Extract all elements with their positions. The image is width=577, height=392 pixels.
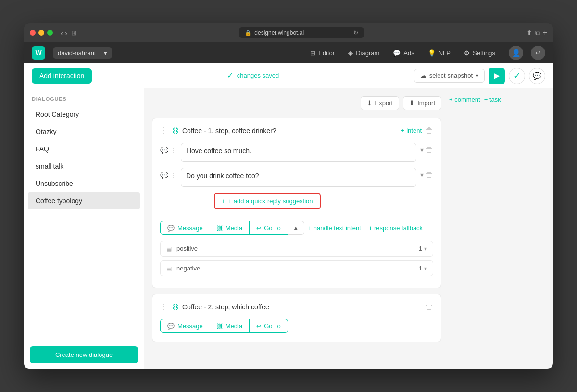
sidebar-item-small-talk[interactable]: small talk — [28, 158, 140, 175]
changes-saved-text: changes saved — [237, 72, 279, 79]
message-drag-icon-1[interactable]: ⋮ — [170, 147, 177, 154]
editor-side-panel: + comment + task — [449, 96, 545, 361]
nav-settings[interactable]: ⚙ Settings — [458, 47, 501, 60]
card-title-2: Coffee - 2. step, which coffee — [182, 303, 422, 311]
logout-icon[interactable]: ↩ — [531, 46, 545, 60]
message-type-icon-1: 💬 — [160, 147, 168, 154]
window-tiles-button[interactable]: ⊞ — [71, 29, 77, 37]
nav-editor[interactable]: ⊞ Editor — [304, 47, 340, 60]
refresh-icon[interactable]: ↻ — [353, 29, 358, 36]
sidebar-section-label: DIALOGUES — [24, 88, 144, 106]
interaction-card-1: ⋮ ⛓ Coffee - 1. step, coffee drinker? + … — [152, 118, 441, 288]
link-icon: ⛓ — [172, 127, 178, 135]
tab-message-button[interactable]: 💬 Message — [160, 221, 210, 235]
tab-goto-2-button[interactable]: ↩ Go To — [250, 319, 288, 333]
intent-negative-count: 1 — [419, 265, 422, 272]
tab-media-icon: 🖼 — [217, 225, 223, 232]
back-button[interactable]: ‹ — [61, 29, 63, 37]
diagram-icon: ◈ — [348, 49, 353, 57]
tab-media-2-button[interactable]: 🖼 Media — [210, 319, 250, 333]
lock-icon: 🔒 — [245, 30, 251, 36]
import-button[interactable]: ⬇ Import — [403, 96, 441, 110]
add-interaction-button[interactable]: Add interaction — [32, 68, 92, 84]
tabs-button[interactable]: ⧉ — [535, 28, 540, 37]
settings-label: Settings — [473, 49, 495, 57]
share-button[interactable]: ⬆ — [527, 28, 532, 37]
check-circle-button[interactable]: ✓ — [509, 68, 525, 84]
add-task-link[interactable]: + task — [484, 96, 501, 103]
maximize-button[interactable] — [47, 30, 53, 36]
close-button[interactable] — [30, 30, 36, 36]
tab-media-label: Media — [226, 224, 242, 232]
tab-media-button[interactable]: 🖼 Media — [210, 221, 250, 235]
export-icon: ⬇ — [367, 99, 372, 107]
address-bar: 🔒 designer.wingbot.ai ↻ — [239, 27, 364, 38]
play-button[interactable]: ▶ — [489, 68, 505, 84]
delete-card-2-button[interactable]: 🗑 — [426, 303, 433, 311]
nav-ads[interactable]: 💬 Ads — [387, 47, 420, 60]
side-actions: + comment + task — [449, 96, 545, 103]
minimize-button[interactable] — [38, 30, 44, 36]
drag-handle-icon[interactable]: ⋮ — [160, 126, 168, 135]
ads-icon: 💬 — [393, 49, 401, 57]
nav-diagram[interactable]: ◈ Diagram — [342, 47, 385, 60]
add-quick-reply-button[interactable]: + + add a quick reply suggestion — [214, 193, 321, 209]
tab-media-2-icon: 🖼 — [217, 323, 223, 330]
card-tabs-row: 💬 Message 🖼 Media ↩ Go — [160, 221, 433, 235]
nav-items: ⊞ Editor ◈ Diagram 💬 Ads 💡 NLP ⚙ Set — [304, 47, 501, 60]
tab-goto-button[interactable]: ↩ Go To — [250, 221, 288, 235]
url-text: designer.wingbot.ai — [254, 29, 304, 36]
chat-button[interactable]: 💬 — [529, 68, 545, 84]
tab-goto-2-label: Go To — [264, 322, 280, 330]
snapshot-selector[interactable]: ☁ select snapshot ▾ — [414, 69, 485, 83]
message-expand-2[interactable]: ▾ — [420, 171, 424, 179]
dropdown-chevron: ▾ — [104, 49, 107, 57]
create-dialogue-button[interactable]: Create new dialogue — [30, 346, 138, 363]
message-delete-1[interactable]: 🗑 — [426, 146, 433, 154]
tabs-collapse-button[interactable]: ▲ — [288, 221, 304, 235]
sidebar: DIALOGUES Root Category Otazky FAQ small… — [24, 88, 144, 369]
sidebar-item-faq[interactable]: FAQ — [28, 140, 140, 158]
card-title-1: Coffee - 1. step, coffee drinker? — [182, 127, 397, 135]
intent-negative-row: ▤ negative 1 ▾ — [160, 260, 433, 276]
forward-button[interactable]: › — [65, 29, 67, 37]
diagram-label: Diagram — [356, 49, 379, 57]
user-icon[interactable]: 👤 — [509, 46, 523, 60]
export-button[interactable]: ⬇ Export — [361, 96, 400, 110]
message-type-icon-2: 💬 — [160, 172, 168, 179]
message-drag-icon-2[interactable]: ⋮ — [170, 172, 177, 179]
plus-icon: + — [222, 197, 226, 205]
handle-text-intent-link[interactable]: + handle text intent — [308, 224, 361, 232]
intent-negative-chevron[interactable]: ▾ — [424, 265, 427, 272]
workspace-dropdown[interactable]: david-nahrani ▾ — [53, 47, 112, 59]
response-fallback-link[interactable]: + response fallback — [369, 224, 423, 232]
message-delete-2[interactable]: 🗑 — [426, 171, 433, 179]
nlp-label: NLP — [439, 49, 451, 57]
message-expand-1[interactable]: ▾ — [420, 146, 424, 154]
tab-message-2-button[interactable]: 💬 Message — [160, 319, 210, 333]
drag-handle-icon-2[interactable]: ⋮ — [160, 302, 168, 311]
message-input-2[interactable]: Do you drink coffee too? — [181, 168, 416, 187]
link-icon-2: ⛓ — [172, 303, 178, 311]
new-tab-button[interactable]: + — [543, 28, 547, 37]
message-row-2: 💬 ⋮ Do you drink coffee too? ▾ 🗑 — [160, 168, 433, 187]
export-label: Export — [375, 99, 393, 107]
snapshot-label: select snapshot — [429, 72, 473, 79]
tab-message-2-icon: 💬 — [167, 323, 175, 330]
intent-positive-count: 1 — [419, 245, 422, 252]
message-input-1[interactable]: I love coffee so much. — [181, 143, 416, 162]
message-row-1: 💬 ⋮ I love coffee so much. ▾ 🗑 — [160, 143, 433, 162]
sidebar-item-unsubscribe[interactable]: Unsubscribe — [28, 175, 140, 192]
intent-positive-row: ▤ positive 1 ▾ — [160, 241, 433, 257]
titlebar: ‹ › ⊞ 🔒 designer.wingbot.ai ↻ ⬆ ⧉ + — [24, 23, 553, 42]
logo: W — [32, 46, 45, 60]
intent-positive-chevron[interactable]: ▾ — [424, 245, 427, 252]
sidebar-item-coffee-typology[interactable]: Coffee typology — [28, 192, 140, 209]
import-label: Import — [417, 99, 435, 107]
nav-nlp[interactable]: 💡 NLP — [422, 47, 456, 60]
delete-card-1-button[interactable]: 🗑 — [426, 126, 433, 135]
sidebar-item-otazky[interactable]: Otazky — [28, 123, 140, 140]
add-intent-button[interactable]: + intent — [401, 127, 422, 134]
add-comment-link[interactable]: + comment — [449, 96, 480, 103]
sidebar-item-root-category[interactable]: Root Category — [28, 106, 140, 123]
